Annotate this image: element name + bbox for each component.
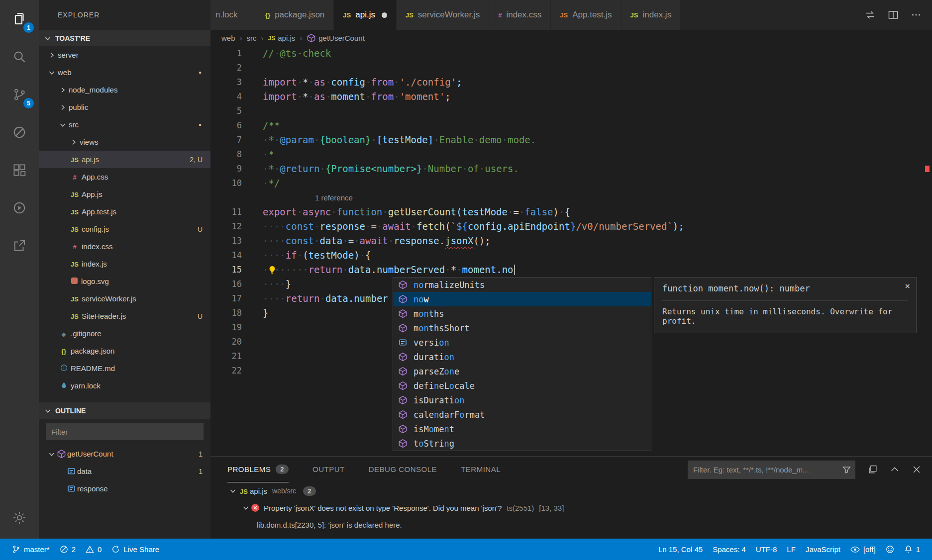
activitybar-run[interactable] [0,189,39,227]
codelens-reference-link[interactable]: 1 reference [315,190,353,205]
statusbar-warnings[interactable]: 0 [81,539,106,560]
tab-package.json[interactable]: {}package.json [256,0,334,30]
tree-item-App.css[interactable]: #App.css [39,168,210,186]
code-line-9[interactable]: 9·*·@return·{Promise<number>}·Number·of·… [210,162,932,176]
code-line-13[interactable]: 13····const·data·=·await·response.jsonX(… [210,234,932,248]
activitybar-search[interactable] [0,38,39,76]
activitybar-extensions[interactable] [0,151,39,189]
tab-App.test.js[interactable]: JSApp.test.js [551,0,621,30]
problems-file-row[interactable]: JSapi.jsweb/src2 [210,482,932,499]
breadcrumb-src[interactable]: src [247,34,257,42]
tree-item-SiteHeader.js[interactable]: JSSiteHeader.jsU [39,307,210,325]
code-line-11[interactable]: 11export·async·function·getUserCount(tes… [210,205,932,219]
suggestion-defineLocale[interactable]: defineLocale [393,378,651,393]
panel-tab-output[interactable]: OUTPUT [312,457,345,482]
code-line-5[interactable]: 5 [210,104,932,118]
related-info-row[interactable]: lib.dom.d.ts[2230, 5]: 'json' is declare… [210,516,932,533]
tree-item-index.js[interactable]: JSindex.js [39,255,210,273]
activitybar-source-control[interactable]: 5 [0,76,39,113]
more-actions-icon[interactable] [910,9,922,21]
suggestion-isMoment[interactable]: isMoment [393,422,651,436]
outline-item-response[interactable]: response [39,480,210,497]
outline-item-getUserCount[interactable]: getUserCount1 [39,445,210,463]
tree-item-README.md[interactable]: README.md [39,360,210,377]
statusbar-notifications[interactable]: 1 [899,539,925,560]
tree-item-public[interactable]: public [39,98,210,116]
panel-tab-problems[interactable]: PROBLEMS2 [227,457,289,482]
code-line-7[interactable]: 7·*·@param·{boolean}·[testMode]·Enable·d… [210,133,932,147]
tree-item-web[interactable]: web● [39,64,210,81]
suggestion-duration[interactable]: duration [393,350,651,364]
code-line-14[interactable]: 14····if·(testMode)·{ [210,248,932,263]
tree-item-config.js[interactable]: JSconfig.jsU [39,220,210,238]
open-changes-icon[interactable] [864,9,876,21]
tree-item-views[interactable]: views [39,133,210,151]
statusbar-live-share[interactable]: Live Share [106,539,164,560]
tree-item-logo.svg[interactable]: logo.svg [39,273,210,290]
code-line-10[interactable]: 10·*/ [210,176,932,190]
statusbar-indentation[interactable]: Spaces: 4 [708,539,751,560]
statusbar-eol[interactable]: LF [782,539,801,560]
breadcrumb-web[interactable]: web [221,34,235,42]
tree-item-yarn.lock[interactable]: yarn.lock [39,377,210,394]
activitybar-live-share[interactable] [0,227,39,265]
tree-item-App.js[interactable]: JSApp.js [39,186,210,203]
breadcrumb-getUserCount[interactable]: getUserCount [307,33,365,43]
collapse-all-icon[interactable] [867,464,878,475]
tab-index.css[interactable]: #index.css [489,0,551,30]
editor-layout-icon[interactable] [887,9,899,21]
suggestion-version[interactable]: version [393,335,651,350]
close-panel-icon[interactable] [911,464,922,475]
code-line-6[interactable]: 6/** [210,118,932,133]
problem-row[interactable]: Property 'jsonX' does not exist on type … [210,499,932,516]
tab-n.lock[interactable]: n.lock [210,0,256,30]
statusbar-errors[interactable]: 2 [55,539,81,560]
tree-item-serviceWorker.js[interactable]: JSserviceWorker.js [39,290,210,307]
statusbar-language-mode[interactable]: JavaScript [801,539,845,560]
editor[interactable]: 1//·@ts-check23import·*·as·config·from·'… [210,46,932,456]
tree-item-server[interactable]: server [39,46,210,64]
section-header-outline[interactable]: OUTLINE [39,402,210,419]
code-line-12[interactable]: 12····const·response·=·await·fetch(`${co… [210,219,932,234]
code-line-8[interactable]: 8·* [210,147,932,162]
statusbar-feedback[interactable] [881,539,899,560]
panel-tab-debug-console[interactable]: DEBUG CONSOLE [369,457,437,482]
settings-button[interactable] [0,503,39,533]
close-icon[interactable]: × [905,280,910,291]
outline-item-data[interactable]: data1 [39,463,210,480]
statusbar-screencast[interactable]: [off] [845,539,881,560]
suggestion-calendarFormat[interactable]: calendarFormat [393,407,651,422]
activitybar-debug[interactable] [0,113,39,151]
suggestion-parseZone[interactable]: parseZone [393,364,651,378]
panel-tab-terminal[interactable]: TERMINAL [461,457,501,482]
code-line-2[interactable]: 2 [210,61,932,75]
suggestion-months[interactable]: months [393,306,651,321]
tab-index.js[interactable]: JSindex.js [621,0,681,30]
activitybar-explorer[interactable]: 1 [0,0,39,38]
suggestion-now[interactable]: now [393,292,651,306]
suggestion-monthsShort[interactable]: monthsShort [393,321,651,335]
statusbar-git-branch[interactable]: master* [7,539,55,560]
breadcrumb-api.js[interactable]: JSapi.js [268,34,296,42]
outline-filter-input[interactable] [46,423,204,440]
maximize-panel-icon[interactable] [889,464,900,475]
problems-filter-input[interactable] [688,461,855,479]
suggestion-toString[interactable]: toString [393,436,651,451]
suggestion-normalizeUnits[interactable]: normalizeUnits [393,278,651,292]
code-line-4[interactable]: 4import·*·as·moment·from·'moment'; [210,90,932,104]
suggestion-isDuration[interactable]: isDuration [393,393,651,407]
tree-item-node_modules[interactable]: node_modules [39,81,210,98]
tab-api.js[interactable]: JSapi.js [334,0,397,30]
tree-item-api.js[interactable]: JSapi.js2, U [39,151,210,168]
tree-item-App.test.js[interactable]: JSApp.test.js [39,203,210,220]
tree-item-src[interactable]: src● [39,116,210,133]
tree-item-.gitignore[interactable]: ◆.gitignore [39,325,210,342]
section-header-project[interactable]: TOAST'RE [39,30,210,46]
tree-item-package.json[interactable]: {}package.json [39,342,210,360]
statusbar-cursor-position[interactable]: Ln 15, Col 45 [653,539,708,560]
code-line-1[interactable]: 1//·@ts-check [210,46,932,61]
statusbar-encoding[interactable]: UTF-8 [751,539,782,560]
code-line-3[interactable]: 3import·*·as·config·from·'./config'; [210,75,932,90]
tab-serviceWorker.js[interactable]: JSserviceWorker.js [397,0,489,30]
tree-item-index.css[interactable]: #index.css [39,238,210,255]
